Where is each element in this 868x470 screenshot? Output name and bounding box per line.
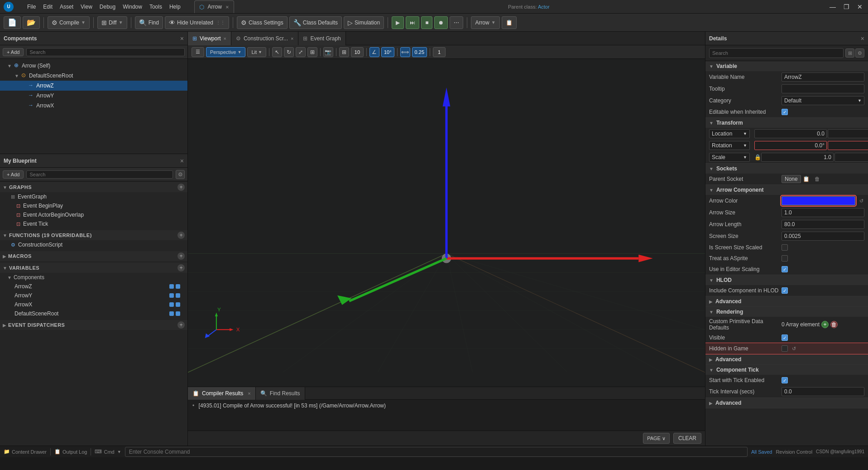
open-button[interactable]: 📂 [23,16,40,29]
editable-inherited-checkbox[interactable]: ✓ [782,109,788,115]
lit-button[interactable]: Lit ▼ [247,47,266,57]
var-arrow-x[interactable]: ArrowX [0,300,187,309]
compiler-results-tab-close[interactable]: × [248,391,250,396]
hlod-section-header[interactable]: ▼ HLOD [705,275,868,285]
macros-section-header[interactable]: ▶ MACROS + [0,251,187,261]
output-log-button[interactable]: 📋 Output Log [54,449,87,455]
menu-tools[interactable]: Tools [149,4,162,10]
parent-class-link[interactable]: Actor [538,4,550,10]
scale-mode-button[interactable]: ⤢ [296,47,306,57]
viewport-canvas[interactable]: X Y [188,59,705,387]
construction-script-tab[interactable]: ⚙ Construction Scr... × [231,32,298,45]
location-x-input[interactable] [754,129,827,138]
compile-dropdown-icon[interactable]: ▼ [81,20,86,25]
graphs-add-button[interactable]: + [177,184,185,191]
functions-section-header[interactable]: ▼ FUNCTIONS (19 OVERRIDABLE) + [0,230,187,240]
screen-size-input[interactable] [782,232,864,241]
scale-x-input[interactable] [761,153,834,162]
blueprint-panel-close[interactable]: × [180,157,184,165]
translate-mode-button[interactable]: ↖ [272,47,282,57]
event-actor-overlap-item[interactable]: ⊡ Event ActorBeginOverlap [0,210,187,219]
console-input[interactable] [125,447,748,457]
construction-script-item[interactable]: ⚙ ConstructionScript [0,240,187,249]
stop-button[interactable]: ■ [421,16,432,29]
details-grid-icon[interactable]: ⊞ [845,48,854,58]
tree-item-arrow-self[interactable]: ▼ ⊕ Arrow (Self) [0,61,187,71]
content-drawer-button[interactable]: 📁 Content Drawer [4,449,47,455]
event-dispatchers-header[interactable]: ▶ EVENT DISPATCHERS + [0,320,187,330]
event-dispatchers-add-button[interactable]: + [177,321,185,329]
scale-dropdown[interactable]: Scale ▼ [709,153,750,162]
var-arrow-z[interactable]: ArrowZ [0,282,187,291]
menu-view[interactable]: View [81,4,92,10]
location-dropdown[interactable]: Location ▼ [709,129,750,138]
rotate-mode-button[interactable]: ↻ [284,47,294,57]
arrow-component-section-header[interactable]: ▼ Arrow Component [705,185,868,195]
arrow-size-input[interactable] [782,208,864,217]
minimize-button[interactable]: — [828,3,837,10]
viewport-menu-button[interactable]: ☰ [192,47,204,57]
screen-size-scaled-checkbox[interactable] [782,244,788,251]
include-hlod-checkbox[interactable]: ✓ [782,287,788,294]
components-group[interactable]: ▼ Components [0,273,187,282]
viewport-count[interactable]: 1 [433,47,446,57]
arrow-color-swatch[interactable] [782,196,855,205]
page-button[interactable]: PAGE ∨ [643,433,670,444]
arrow-dropdown-button[interactable]: Arrow ▼ [471,16,499,29]
world-space-button[interactable]: ⊞ [307,47,317,57]
details-panel-close[interactable]: × [861,35,864,42]
event-begin-play-item[interactable]: ⊡ Event BeginPlay [0,201,187,210]
scale-y-input[interactable] [834,153,868,162]
record-button[interactable]: ⏺ [434,16,448,29]
event-tick-item[interactable]: ⊡ Event Tick [0,219,187,228]
tree-item-arrow-x[interactable]: → ArrowX [0,101,187,111]
tick-interval-input[interactable] [782,387,864,396]
grid-snap-button[interactable]: ⊞ [339,47,349,57]
menu-asset[interactable]: Asset [60,4,73,10]
scale-snap-value[interactable]: 0.25 [412,47,427,57]
event-graph-tab[interactable]: ⊞ Event Graph [298,32,345,45]
blueprint-icon-button[interactable]: 📋 [502,16,517,29]
event-graph-item[interactable]: ⊞ EventGraph [0,192,187,201]
blueprint-settings-button[interactable]: ⚙ [176,170,185,179]
menu-file[interactable]: File [27,4,36,10]
hide-unrelated-button[interactable]: 👁 Hide Unrelated ⋮⋮ [165,16,229,29]
parent-socket-button[interactable]: None [782,175,801,183]
title-tab-close[interactable]: × [225,4,229,10]
advanced-3-header[interactable]: ▶ Advanced [705,398,868,408]
arrow-length-input[interactable] [782,220,864,229]
close-button[interactable]: ✕ [855,3,864,10]
details-search-input[interactable] [709,48,844,58]
clear-button[interactable]: CLEAR [673,433,701,444]
rotation-dropdown[interactable]: Rotation ▼ [709,141,750,150]
hidden-in-game-checkbox[interactable] [782,345,788,352]
variable-name-input[interactable] [782,73,864,82]
variables-section-header[interactable]: ▼ VARIABLES + [0,263,187,273]
class-defaults-button[interactable]: 🔧 Class Defaults [289,16,342,29]
socket-copy-icon[interactable]: 📋 [803,175,810,183]
tree-item-arrow-z[interactable]: → ArrowZ [0,81,187,91]
rendering-section-header[interactable]: ▼ Rendering [705,307,868,317]
components-panel-close[interactable]: × [180,35,184,42]
menu-help[interactable]: Help [169,4,181,10]
scale-snap-button[interactable]: ⟺ [400,47,410,57]
angle-snap-button[interactable]: ∠ [369,47,379,57]
custom-primitive-delete[interactable]: 🗑 [830,321,838,328]
viewport-tab-close[interactable]: × [223,36,226,41]
location-y-input[interactable] [828,129,868,138]
find-button[interactable]: 🔍 Find [135,16,163,29]
cmd-button[interactable]: ⌨ Cmd ▼ [95,449,121,455]
blueprint-add-button[interactable]: + Add [3,170,24,179]
blueprint-search-input[interactable] [26,170,173,179]
component-tick-header[interactable]: ▼ Component Tick [705,365,868,375]
diff-button[interactable]: ⊞ Diff ▼ [97,16,127,29]
camera-speed-button[interactable]: 📷 [323,47,333,57]
sockets-section-header[interactable]: ▼ Sockets [705,164,868,174]
functions-add-button[interactable]: + [177,232,185,239]
details-settings-icon[interactable]: ⚙ [855,48,864,58]
scale-lock-icon[interactable]: 🔒 [754,154,761,161]
compiler-results-tab[interactable]: 📋 Compiler Results × [188,387,256,400]
menu-window[interactable]: Window [123,4,142,10]
arrow-color-reset[interactable]: ↺ [858,198,864,204]
viewport-tab[interactable]: ⊞ Viewport × [188,32,231,45]
